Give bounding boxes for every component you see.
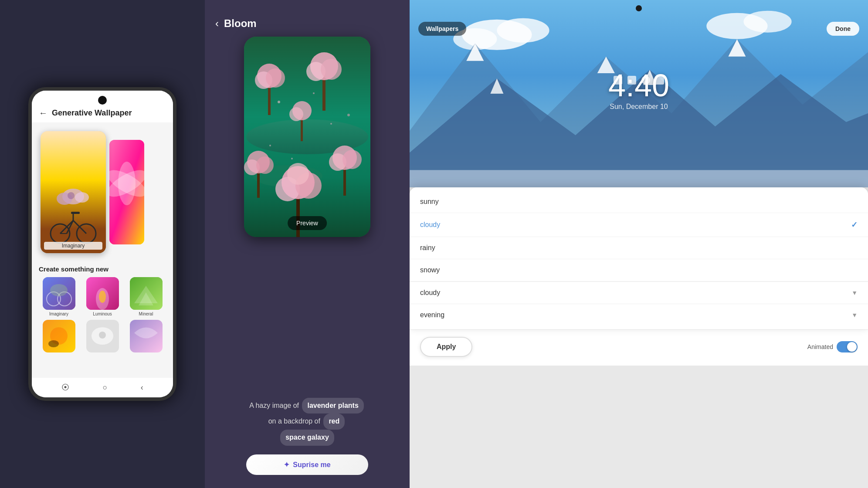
phone-screen-title: Generative Wallpaper [52,108,132,118]
svg-point-29 [99,332,106,339]
svg-point-44 [289,107,303,121]
phone-screen: ← Generative Wallpaper [32,91,173,397]
svg-point-60 [313,92,315,94]
prompt-tag-plants[interactable]: lavender plants [302,398,363,414]
style-card-mineral[interactable]: Mineral [126,277,166,316]
svg-point-19 [50,284,68,296]
create-section: Create something new Imagin [32,262,173,358]
svg-point-26 [48,340,59,347]
dropdown-item-cloudy-label: cloudy [420,221,440,229]
style-card-luminous[interactable]: Luminous [82,277,122,316]
svg-point-62 [347,114,350,116]
lock-icon-4 [655,76,664,85]
lock-screen-time: 4:40 Sun, December 10 [410,70,868,111]
lock-time-display: 4:40 [410,70,868,101]
style-grid: Imaginary Luminous [39,277,166,354]
surprise-icon: ✦ [284,461,289,469]
lock-icon-2 [627,76,636,85]
dropdown-item-sunny-label: sunny [420,198,439,206]
dropdown-item-snowy-label: snowy [420,266,440,274]
dropdown-arrow-2: ▼ [851,312,858,319]
dropdown-item-rainy[interactable]: rainy [410,237,868,259]
toggle-knob [847,342,857,352]
svg-point-52 [342,150,362,169]
svg-point-58 [278,101,280,103]
lock-date-display: Sun, December 10 [410,103,868,111]
lock-icon-3 [641,76,650,85]
surprise-me-button[interactable]: ✦ Suprise me [246,454,368,475]
phone-nav-bar: ⦿ ○ ‹ [32,378,173,397]
dropdown-item-cloudy[interactable]: cloudy ✓ [410,213,868,237]
svg-point-63 [291,158,293,159]
dropdown-panel: sunny cloudy ✓ rainy snowy cloudy ▼ even… [410,187,868,329]
bloom-wallpaper-image [244,37,370,237]
style-thumb-6 [130,320,163,352]
selected-checkmark: ✓ [851,220,858,230]
dropdown-select-weather[interactable]: cloudy ▼ [410,281,868,304]
prompt-middle: on a backdrop of [268,417,320,425]
svg-point-59 [330,123,332,125]
nav-back-icon[interactable]: ‹ [141,383,143,392]
svg-point-61 [269,145,271,146]
dropdown-select-weather-value: cloudy [420,289,440,297]
svg-point-3 [68,192,75,199]
prompt-prefix: A hazy image of [249,402,299,409]
style-card-imaginary[interactable]: Imaginary [39,277,79,316]
bloom-preview-container: Preview [205,37,410,389]
svg-point-57 [287,163,309,185]
style-thumb-2 [86,277,119,310]
bloom-header: ‹ Bloom [205,0,410,37]
bloom-back-icon[interactable]: ‹ [215,17,219,30]
done-button[interactable]: Done [827,22,859,36]
svg-point-2 [75,192,89,203]
style-card-6[interactable] [126,320,166,354]
wallpaper-preview-bg: Wallpapers Done 4:40 Sun, December 10 [410,0,868,187]
phone-header: ← Generative Wallpaper [32,91,173,122]
apply-button[interactable]: Apply [420,337,472,357]
wallpaper-card-main[interactable]: Imaginary [41,131,106,253]
dropdown-select-time-value: evening [420,311,444,319]
animated-toggle-group: Animated [807,341,858,352]
nav-home-icon[interactable]: ○ [103,383,108,392]
phone-frame: ← Generative Wallpaper [28,87,176,401]
wallpaper-card-side[interactable] [109,140,144,244]
surprise-label: Suprise me [293,461,330,469]
phone-camera [98,96,107,105]
svg-point-37 [266,68,285,88]
svg-line-7 [73,220,86,234]
style-name-mineral: Mineral [139,312,153,316]
svg-rect-11 [71,212,80,214]
bloom-prompt: A hazy image of lavender plants on a bac… [205,389,410,454]
svg-point-41 [321,59,342,80]
style-thumb-3 [130,277,163,310]
svg-line-6 [60,220,73,234]
back-arrow-icon[interactable]: ← [39,108,47,118]
wallpapers-button[interactable]: Wallpapers [418,22,466,36]
wallpaper-carousel: Imaginary [32,122,173,262]
dropdown-item-snowy[interactable]: snowy [410,259,868,281]
lock-icon-1 [614,76,622,85]
style-card-5[interactable] [82,320,122,354]
prompt-tag-backdrop[interactable]: space galaxy [280,430,334,446]
style-thumb-4 [43,320,75,352]
nav-recent-icon[interactable]: ⦿ [61,383,69,392]
prompt-tag-color[interactable]: red [323,413,345,430]
style-thumb-5 [86,320,119,352]
svg-rect-77 [410,170,868,187]
bloom-phone-preview: Preview [244,37,370,237]
svg-point-48 [256,156,274,174]
style-name-imaginary: Imaginary [49,312,68,316]
animated-label: Animated [807,343,833,350]
dropdown-select-time[interactable]: evening ▼ [410,304,868,326]
bottom-bar: Apply Animated [410,329,868,366]
dropdown-item-sunny[interactable]: sunny [410,191,868,213]
camera-dot [636,5,642,11]
animated-toggle-switch[interactable] [837,341,858,352]
create-title: Create something new [39,265,166,273]
dropdown-arrow-1: ▼ [851,289,858,296]
lock-screen-icons [410,76,868,85]
panel-phone: ← Generative Wallpaper [0,0,205,488]
wallpaper-top-buttons: Wallpapers Done [410,22,868,36]
svg-point-22 [99,291,106,303]
style-card-4[interactable] [39,320,79,354]
